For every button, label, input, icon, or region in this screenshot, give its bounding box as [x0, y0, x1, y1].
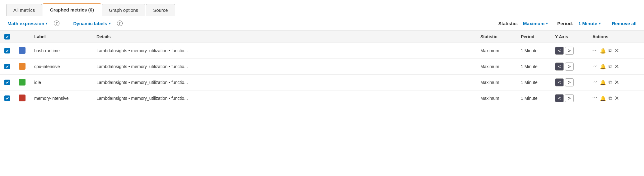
table-header-row: Label Details Statistic Period Y Axis Ac…	[0, 31, 644, 43]
row-color-cell	[14, 75, 30, 90]
row-actions-cell: 〰 🔔 ⧉ ✕	[588, 90, 644, 106]
math-expression-label: Math expression	[7, 21, 44, 26]
row-checkbox-0[interactable]	[4, 48, 10, 53]
row-actions-1: 〰 🔔 ⧉ ✕	[592, 63, 640, 70]
row-details-1: LambdaInsights • memory_utilization • fu…	[96, 64, 188, 69]
statistic-value-label: Maximum	[523, 21, 544, 26]
toolbar: Math expression ▾ ? Dynamic labels ▾ ? S…	[0, 16, 644, 31]
row-period-cell: 1 Minute	[516, 59, 551, 75]
th-checkbox	[0, 31, 14, 43]
row-remove-icon-2[interactable]: ✕	[614, 79, 619, 86]
dynamic-labels-help-icon[interactable]: ?	[117, 21, 123, 26]
row-period-2: 1 Minute	[521, 80, 538, 85]
tab-graph-options[interactable]: Graph options	[102, 4, 145, 16]
th-yaxis: Y Axis	[551, 31, 588, 43]
row-yaxis-left-btn-3[interactable]: <	[555, 94, 564, 102]
row-copy-icon-0[interactable]: ⧉	[609, 48, 612, 53]
th-label: Label	[30, 31, 92, 43]
header-checkbox[interactable]	[4, 34, 10, 39]
math-expression-chevron-icon: ▾	[46, 21, 48, 25]
row-period-1: 1 Minute	[521, 64, 538, 69]
statistic-dropdown[interactable]: Maximum ▾	[523, 21, 548, 26]
row-yaxis-left-btn-2[interactable]: <	[555, 78, 564, 86]
row-checkbox-1[interactable]	[4, 64, 10, 69]
row-yaxis-control-1: < >	[555, 63, 584, 71]
math-expression-help-icon[interactable]: ?	[54, 21, 59, 26]
row-yaxis-right-btn-2[interactable]: >	[565, 78, 574, 86]
tab-graphed-metrics[interactable]: Graphed metrics (6)	[43, 3, 101, 16]
row-label-1: cpu-intensive	[34, 64, 60, 69]
row-statistic-0: Maximum	[480, 48, 499, 53]
row-copy-icon-2[interactable]: ⧉	[609, 80, 612, 85]
row-graph-icon-0[interactable]: 〰	[592, 48, 597, 53]
row-checkbox-3[interactable]	[4, 95, 10, 101]
toolbar-right: Statistic: Maximum ▾ Period: 1 Minute ▾ …	[498, 21, 637, 26]
row-details-0: LambdaInsights • memory_utilization • fu…	[96, 48, 188, 53]
row-label-cell: cpu-intensive	[30, 59, 92, 75]
row-yaxis-cell: < >	[551, 90, 588, 106]
row-statistic-cell: Maximum	[476, 75, 516, 90]
row-color-swatch-1[interactable]	[19, 63, 26, 70]
tab-source[interactable]: Source	[146, 4, 175, 16]
row-checkbox-cell	[0, 43, 14, 59]
row-details-2: LambdaInsights • memory_utilization • fu…	[96, 80, 188, 85]
row-remove-icon-0[interactable]: ✕	[614, 47, 619, 54]
row-remove-icon-3[interactable]: ✕	[614, 95, 619, 102]
row-color-swatch-0[interactable]	[19, 47, 26, 54]
row-label-cell: memory-intensive	[30, 90, 92, 106]
period-dropdown[interactable]: 1 Minute ▾	[578, 21, 601, 26]
row-period-cell: 1 Minute	[516, 90, 551, 106]
row-label-cell: bash-runtime	[30, 43, 92, 59]
row-yaxis-cell: < >	[551, 43, 588, 59]
table-row: idle LambdaInsights • memory_utilization…	[0, 75, 644, 90]
row-details-cell: LambdaInsights • memory_utilization • fu…	[92, 59, 476, 75]
row-details-3: LambdaInsights • memory_utilization • fu…	[96, 96, 188, 101]
row-checkbox-2[interactable]	[4, 80, 10, 85]
row-period-3: 1 Minute	[521, 96, 538, 101]
main-container: All metrics Graphed metrics (6) Graph op…	[0, 0, 644, 176]
row-graph-icon-1[interactable]: 〰	[592, 64, 597, 69]
th-period: Period	[516, 31, 551, 43]
row-actions-cell: 〰 🔔 ⧉ ✕	[588, 43, 644, 59]
row-graph-icon-3[interactable]: 〰	[592, 95, 597, 101]
row-alarm-icon-2[interactable]: 🔔	[600, 80, 606, 86]
row-actions-0: 〰 🔔 ⧉ ✕	[592, 47, 640, 54]
row-graph-icon-2[interactable]: 〰	[592, 80, 597, 85]
row-copy-icon-3[interactable]: ⧉	[609, 95, 612, 101]
row-yaxis-cell: < >	[551, 59, 588, 75]
row-copy-icon-1[interactable]: ⧉	[609, 64, 612, 69]
dynamic-labels-label: Dynamic labels	[73, 21, 107, 26]
row-checkbox-cell	[0, 59, 14, 75]
table-row: cpu-intensive LambdaInsights • memory_ut…	[0, 59, 644, 75]
statistic-prefix-label: Statistic:	[498, 21, 518, 26]
row-yaxis-right-btn-0[interactable]: >	[565, 47, 574, 55]
row-color-swatch-3[interactable]	[19, 95, 26, 101]
statistic-chevron-icon: ▾	[546, 21, 548, 25]
dynamic-labels-chevron-icon: ▾	[109, 21, 111, 25]
dynamic-labels-dropdown[interactable]: Dynamic labels ▾	[73, 21, 110, 26]
row-details-cell: LambdaInsights • memory_utilization • fu…	[92, 90, 476, 106]
row-yaxis-right-btn-3[interactable]: >	[565, 94, 574, 102]
row-color-swatch-2[interactable]	[19, 79, 26, 86]
remove-all-button[interactable]: Remove all	[612, 21, 637, 26]
row-alarm-icon-1[interactable]: 🔔	[600, 64, 606, 70]
row-yaxis-control-3: < >	[555, 94, 584, 102]
row-actions-cell: 〰 🔔 ⧉ ✕	[588, 75, 644, 90]
math-expression-dropdown[interactable]: Math expression ▾	[7, 21, 48, 26]
row-alarm-icon-0[interactable]: 🔔	[600, 48, 606, 54]
th-details: Details	[92, 31, 476, 43]
row-label-0: bash-runtime	[34, 48, 60, 53]
tab-all-metrics[interactable]: All metrics	[6, 4, 42, 16]
row-statistic-1: Maximum	[480, 64, 499, 69]
row-yaxis-left-btn-1[interactable]: <	[555, 63, 564, 71]
row-yaxis-right-btn-1[interactable]: >	[565, 63, 574, 71]
row-period-cell: 1 Minute	[516, 43, 551, 59]
row-statistic-cell: Maximum	[476, 59, 516, 75]
row-alarm-icon-3[interactable]: 🔔	[600, 95, 606, 101]
row-yaxis-left-btn-0[interactable]: <	[555, 47, 564, 55]
row-actions-2: 〰 🔔 ⧉ ✕	[592, 79, 640, 86]
tab-bar: All metrics Graphed metrics (6) Graph op…	[0, 0, 644, 16]
row-remove-icon-1[interactable]: ✕	[614, 63, 619, 70]
table-row: bash-runtime LambdaInsights • memory_uti…	[0, 43, 644, 59]
row-checkbox-cell	[0, 75, 14, 90]
